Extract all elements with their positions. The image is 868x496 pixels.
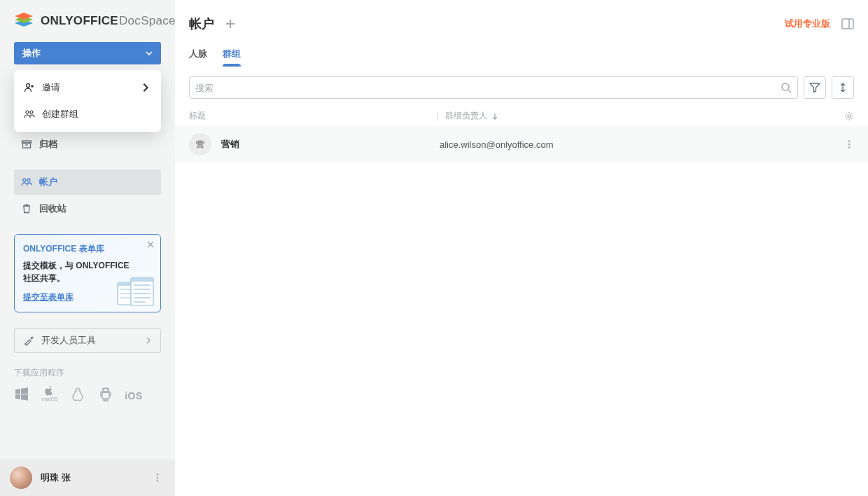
tabs: 人脉 群组 bbox=[175, 41, 868, 67]
svg-point-5 bbox=[30, 111, 33, 113]
nav-archive[interactable]: 归档 bbox=[14, 132, 161, 157]
user-avatar[interactable] bbox=[10, 467, 32, 489]
download-label: 下载应用程序 bbox=[14, 367, 161, 379]
add-button[interactable] bbox=[224, 18, 237, 30]
svg-rect-31 bbox=[842, 19, 853, 29]
row-manager: alice.wilson@onlyoffice.com bbox=[440, 139, 844, 150]
download-icons: macOS iOS bbox=[14, 386, 161, 401]
trash-icon bbox=[21, 203, 32, 214]
main: 帐户 试用专业版 人脉 群组 标题 群组负责人 bbox=[175, 0, 868, 496]
svg-point-9 bbox=[23, 179, 26, 181]
tab-groups[interactable]: 群组 bbox=[223, 43, 241, 66]
filter-button[interactable] bbox=[804, 76, 826, 99]
plus-icon bbox=[224, 18, 237, 30]
svg-point-37 bbox=[848, 144, 850, 146]
gear-icon bbox=[844, 111, 854, 121]
table-row[interactable]: 营 营销 alice.wilson@onlyoffice.com bbox=[175, 126, 868, 163]
promo-close[interactable] bbox=[146, 240, 155, 249]
sidebar-footer: 明珠 张 bbox=[0, 460, 175, 496]
svg-point-29 bbox=[157, 477, 159, 479]
svg-point-27 bbox=[107, 390, 108, 390]
table-settings[interactable] bbox=[844, 111, 854, 121]
svg-point-4 bbox=[26, 111, 29, 113]
logo-icon bbox=[14, 13, 34, 29]
svg-rect-17 bbox=[131, 277, 153, 282]
nav: 归档 帐户 回收站 bbox=[0, 132, 175, 223]
close-icon bbox=[146, 240, 155, 249]
main-header: 帐户 试用专业版 bbox=[175, 0, 868, 41]
svg-point-28 bbox=[157, 474, 159, 476]
row-menu[interactable] bbox=[844, 139, 854, 149]
windows-icon[interactable] bbox=[14, 386, 29, 401]
sort-down-icon bbox=[491, 113, 498, 120]
ios-icon[interactable]: iOS bbox=[126, 386, 141, 401]
logo[interactable]: ONLYOFFICEDocSpace bbox=[0, 0, 175, 42]
sidebar: ONLYOFFICEDocSpace 操作 邀请 创建群组 归档 帐户 bbox=[0, 0, 175, 496]
search-icon bbox=[780, 82, 792, 93]
chevron-right-icon bbox=[145, 337, 152, 344]
col-title[interactable]: 标题 bbox=[189, 110, 438, 122]
sort-button[interactable] bbox=[832, 76, 854, 99]
actions-button[interactable]: 操作 bbox=[14, 42, 161, 64]
logo-text: ONLYOFFICEDocSpace bbox=[41, 14, 176, 28]
dropdown-invite[interactable]: 邀请 bbox=[14, 74, 161, 101]
kebab-icon bbox=[844, 139, 854, 149]
promo-link[interactable]: 提交至表单库 bbox=[23, 291, 74, 303]
svg-point-10 bbox=[27, 179, 30, 181]
svg-point-38 bbox=[848, 146, 850, 149]
col-divider bbox=[438, 111, 438, 121]
panel-icon bbox=[841, 18, 854, 29]
trial-link[interactable]: 试用专业版 bbox=[785, 18, 830, 30]
svg-point-25 bbox=[78, 390, 80, 392]
nav-trash[interactable]: 回收站 bbox=[14, 196, 161, 221]
svg-point-30 bbox=[157, 480, 159, 482]
archive-icon bbox=[21, 139, 32, 150]
svg-point-3 bbox=[27, 84, 30, 88]
svg-point-36 bbox=[848, 140, 850, 142]
svg-point-24 bbox=[76, 390, 77, 392]
svg-point-33 bbox=[782, 83, 789, 90]
chevron-down-icon bbox=[146, 50, 153, 57]
dev-tools-button[interactable]: 开发人员工具 bbox=[14, 328, 161, 353]
actions-dropdown: 邀请 创建群组 bbox=[14, 70, 161, 132]
svg-point-26 bbox=[104, 390, 104, 390]
chevron-right-icon bbox=[140, 82, 151, 93]
promo-title: ONLYOFFICE 表单库 bbox=[23, 243, 135, 255]
user-menu-button[interactable] bbox=[150, 470, 165, 485]
row-title: 营销 bbox=[221, 138, 440, 151]
kebab-icon bbox=[153, 473, 162, 483]
accounts-icon bbox=[21, 177, 32, 188]
android-icon[interactable] bbox=[98, 386, 113, 401]
macos-icon[interactable]: macOS bbox=[42, 386, 57, 401]
row-avatar: 营 bbox=[189, 133, 211, 156]
user-name: 明珠 张 bbox=[41, 471, 71, 484]
group-icon bbox=[24, 109, 35, 120]
search-input[interactable] bbox=[195, 83, 780, 93]
invite-icon bbox=[24, 82, 35, 93]
promo-card: ONLYOFFICE 表单库 提交模板，与 ONLYOFFICE 社区共享。 提… bbox=[14, 234, 161, 312]
svg-point-35 bbox=[848, 115, 850, 118]
panel-toggle[interactable] bbox=[841, 18, 854, 29]
col-manager[interactable]: 群组负责人 bbox=[445, 110, 844, 122]
tools-icon bbox=[23, 335, 34, 346]
nav-accounts[interactable]: 帐户 bbox=[14, 170, 161, 195]
promo-illustration bbox=[117, 277, 155, 308]
table-header: 标题 群组负责人 bbox=[175, 106, 868, 126]
tab-people[interactable]: 人脉 bbox=[189, 43, 207, 66]
dropdown-create-group[interactable]: 创建群组 bbox=[14, 101, 161, 128]
sort-icon bbox=[838, 82, 848, 93]
page-title: 帐户 bbox=[189, 15, 214, 32]
search-box[interactable] bbox=[189, 76, 798, 99]
search-row bbox=[175, 67, 868, 106]
linux-icon[interactable] bbox=[70, 386, 85, 401]
filter-icon bbox=[809, 82, 820, 93]
svg-point-23 bbox=[24, 343, 26, 345]
svg-line-34 bbox=[788, 90, 791, 92]
